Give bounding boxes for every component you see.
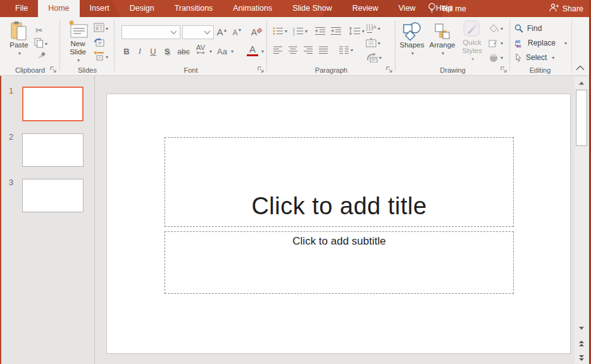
title-bar: File Home Insert Design Transitions Anim… <box>0 0 591 17</box>
title-placeholder[interactable]: Click to add title <box>165 137 514 227</box>
new-slide-button[interactable]: New Slide ▾ <box>63 20 92 63</box>
scrollbar-thumb[interactable] <box>576 90 587 146</box>
align-text-button[interactable]: ▾ <box>366 37 380 49</box>
slide-2-thumbnail[interactable] <box>22 133 84 167</box>
select-dropdown-arrow: ▾ <box>552 55 554 61</box>
shrink-font-button[interactable]: A▼ <box>232 25 243 39</box>
char-spacing-dropdown-arrow[interactable]: ▾ <box>209 49 212 54</box>
shape-outline-dropdown-arrow: ▾ <box>501 40 503 46</box>
reset-slide-button[interactable] <box>94 37 104 49</box>
scroll-down-button[interactable] <box>575 323 588 334</box>
grow-font-arrow: ▲ <box>223 28 228 32</box>
share-button[interactable]: Share <box>549 0 583 17</box>
paste-dropdown-arrow: ▾ <box>18 49 21 58</box>
underline-label: U <box>150 47 156 56</box>
bullets-button[interactable]: ▾ <box>273 25 287 37</box>
tab-file[interactable]: File <box>5 0 38 17</box>
numbering-button[interactable]: 123 ▾ <box>293 25 308 37</box>
slide-1-thumbnail[interactable] <box>22 87 84 121</box>
shape-effects-button[interactable]: ▾ <box>488 51 503 64</box>
shape-outline-button[interactable]: ▾ <box>488 37 503 49</box>
arrange-button[interactable]: Arrange ▾ <box>426 20 458 63</box>
justify-button[interactable] <box>318 44 328 56</box>
clipboard-dialog-launcher[interactable] <box>49 66 57 73</box>
next-slide-button[interactable] <box>575 353 588 363</box>
shape-fill-button[interactable]: ▾ <box>488 22 503 35</box>
tab-home[interactable]: Home <box>38 0 79 17</box>
text-direction-button[interactable]: A ▾ <box>366 22 380 35</box>
bold-button[interactable]: B <box>121 44 132 58</box>
align-left-button[interactable] <box>273 44 283 56</box>
replace-dropdown-arrow: ▾ <box>564 40 567 46</box>
tab-slide-show[interactable]: Slide Show <box>282 0 342 17</box>
decrease-indent-button[interactable] <box>314 25 326 37</box>
text-shadow-button[interactable]: S <box>162 44 172 58</box>
tell-me-button[interactable]: Tell me <box>428 0 466 17</box>
shapes-label: Shapes <box>399 41 424 49</box>
numbering-dropdown-arrow: ▾ <box>305 28 308 34</box>
scroll-up-button[interactable] <box>575 78 588 88</box>
italic-button[interactable]: I <box>135 44 144 58</box>
ribbon-tabs: File Home Insert Design Transitions Anim… <box>5 0 462 17</box>
align-text-icon <box>366 38 376 48</box>
select-button[interactable]: Select ▾ <box>514 51 554 64</box>
font-dialog-launcher[interactable] <box>257 66 264 73</box>
underline-button[interactable]: U <box>148 44 158 58</box>
combo-chevron-icon <box>204 30 211 35</box>
ribbon: Paste ▾ ✂ ▾ Clipboard <box>0 17 591 76</box>
cut-button[interactable]: ✂ <box>35 24 43 37</box>
line-spacing-button[interactable]: ▾ <box>349 25 364 37</box>
shapes-dropdown-arrow: ▾ <box>411 49 414 58</box>
drawing-group: Shapes ▾ Arrange ▾ Quick Styles ▾ ▾ <box>396 17 509 75</box>
font-color-dropdown-arrow[interactable]: ▾ <box>261 49 264 54</box>
slide-2-number: 2 <box>9 132 13 142</box>
collapse-ribbon-button[interactable] <box>576 64 587 74</box>
new-slide-icon <box>67 20 89 40</box>
tab-insert[interactable]: Insert <box>80 0 120 17</box>
character-spacing-button[interactable]: AV <box>194 42 208 56</box>
increase-indent-button[interactable] <box>330 25 342 37</box>
previous-slide-button[interactable] <box>575 338 588 349</box>
section-button[interactable]: ▾ <box>94 51 108 63</box>
font-size-combobox[interactable] <box>182 25 214 39</box>
spacing-arrows-icon <box>196 51 205 54</box>
columns-button[interactable]: ▾ <box>339 44 353 56</box>
shapes-button[interactable]: Shapes ▾ <box>397 20 426 63</box>
paragraph-dialog-launcher[interactable] <box>385 66 393 73</box>
slide-3-thumbnail[interactable] <box>22 179 84 212</box>
grow-font-button[interactable]: A▲ <box>216 25 228 39</box>
slide-canvas[interactable]: Click to add title Click to add subtitle <box>106 94 571 354</box>
find-button[interactable]: Find <box>514 22 542 35</box>
tab-review[interactable]: Review <box>342 0 389 17</box>
numbering-icon: 123 <box>293 27 304 35</box>
format-painter-button[interactable] <box>36 50 46 63</box>
replace-label: Replace <box>528 39 556 47</box>
subtitle-placeholder[interactable]: Click to add subtitle <box>165 231 514 294</box>
tab-design[interactable]: Design <box>120 0 165 17</box>
convert-smartart-button[interactable]: ▾ <box>366 51 382 64</box>
strikethrough-button[interactable]: abc <box>176 44 191 58</box>
drawing-dialog-launcher[interactable] <box>500 66 507 73</box>
clear-formatting-button[interactable]: A <box>251 25 263 39</box>
columns-dropdown-arrow: ▾ <box>351 47 353 53</box>
paste-button[interactable]: Paste ▾ <box>5 20 33 63</box>
slide-layout-button[interactable]: ▾ <box>94 22 108 35</box>
align-center-button[interactable] <box>288 44 298 56</box>
align-text-dropdown-arrow: ▾ <box>378 40 380 46</box>
tab-animations[interactable]: Animations <box>223 0 282 17</box>
change-case-dropdown-arrow[interactable]: ▾ <box>231 49 233 54</box>
find-label: Find <box>527 24 542 33</box>
font-color-button[interactable]: A <box>247 42 258 56</box>
new-slide-dropdown-arrow: ▾ <box>77 56 80 64</box>
justify-icon <box>318 46 328 54</box>
font-name-combobox[interactable] <box>121 25 180 39</box>
quick-styles-button[interactable]: Quick Styles ▾ <box>458 20 486 63</box>
tab-transitions[interactable]: Transitions <box>165 0 223 17</box>
align-right-button[interactable] <box>303 44 313 56</box>
tab-view[interactable]: View <box>389 0 426 17</box>
drawing-group-label: Drawing <box>396 66 509 74</box>
replace-button[interactable]: abac Replace ▾ <box>514 37 567 49</box>
vertical-scrollbar[interactable] <box>575 76 588 364</box>
copy-button[interactable]: ▾ <box>34 37 47 50</box>
change-case-button[interactable]: Aa <box>215 44 229 58</box>
